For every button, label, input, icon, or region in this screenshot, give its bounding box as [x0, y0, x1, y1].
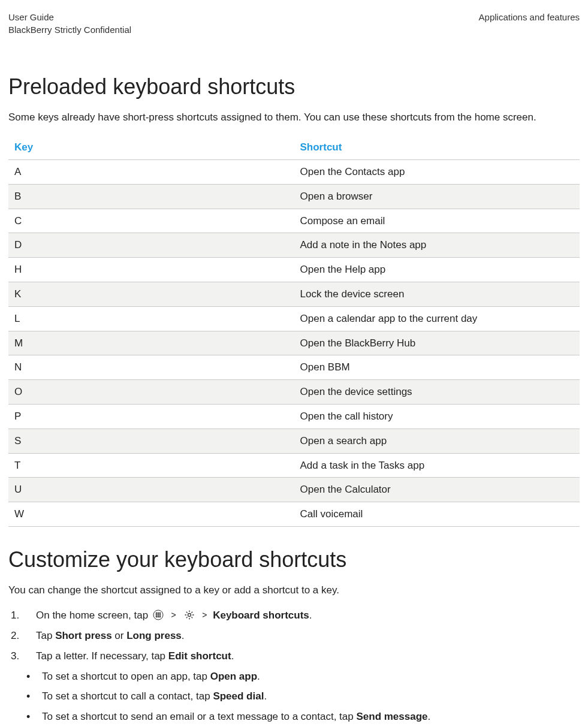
page-number: 50	[8, 723, 19, 727]
cell-key: H	[8, 258, 294, 282]
svg-point-10	[188, 614, 191, 617]
list-item: To set a shortcut to call a contact, tap…	[20, 689, 580, 704]
apps-grid-icon	[153, 610, 164, 620]
step2-long-bold: Long press	[126, 630, 182, 641]
cell-key: U	[8, 478, 294, 502]
cell-shortcut: Open the Contacts app	[294, 159, 580, 184]
bullet-bold: Speed dial	[213, 690, 264, 702]
cell-shortcut: Open a browser	[294, 184, 580, 209]
steps-list: On the home screen, tap > > Key	[8, 608, 580, 663]
cell-key: K	[8, 282, 294, 306]
col-header-shortcut: Shortcut	[294, 135, 580, 159]
step1-suffix: .	[309, 610, 312, 621]
table-row: DAdd a note in the Notes app	[8, 233, 580, 258]
cell-shortcut: Open the Help app	[294, 258, 580, 282]
step-3: Tap a letter. If necessary, tap Edit sho…	[8, 649, 580, 663]
header-right: Applications and features	[479, 11, 580, 36]
header-confidential: BlackBerry Strictly Confidential	[8, 23, 131, 36]
header-title: User Guide	[8, 11, 131, 23]
svg-point-5	[158, 614, 159, 616]
table-row: OOpen the device settings	[8, 380, 580, 405]
section1-intro: Some keys already have short-press short…	[8, 110, 580, 125]
chevron-icon: >	[202, 610, 207, 622]
table-row: LOpen a calendar app to the current day	[8, 306, 580, 331]
cell-key: M	[8, 331, 294, 355]
step3-edit-bold: Edit shortcut	[168, 650, 231, 662]
cell-shortcut: Add a note in the Notes app	[294, 233, 580, 258]
cell-shortcut: Call voicemail	[294, 502, 580, 527]
table-row: SOpen a search app	[8, 429, 580, 453]
shortcuts-table: Key Shortcut AOpen the Contacts appBOpen…	[8, 135, 580, 527]
bullet-suffix: .	[428, 711, 431, 722]
svg-point-8	[158, 616, 159, 617]
list-item: To set a shortcut to send an email or a …	[20, 710, 580, 724]
cell-shortcut: Open BBM	[294, 355, 580, 380]
step2-suffix: .	[182, 630, 185, 641]
bullet-suffix: .	[257, 671, 260, 682]
svg-point-1	[156, 613, 157, 614]
table-row: NOpen BBM	[8, 355, 580, 380]
cell-key: L	[8, 306, 294, 331]
cell-key: D	[8, 233, 294, 258]
cell-shortcut: Open the Calculator	[294, 478, 580, 502]
settings-gear-icon	[184, 610, 195, 620]
bullet-prefix: To set a shortcut to call a contact, tap	[42, 690, 213, 702]
cell-key: A	[8, 159, 294, 184]
table-row: CCompose an email	[8, 209, 580, 233]
sub-bullet-list: To set a shortcut to open an app, tap Op…	[20, 669, 580, 727]
svg-point-3	[159, 613, 161, 614]
page-header: User Guide BlackBerry Strictly Confident…	[8, 11, 580, 36]
step-2: Tap Short press or Long press.	[8, 629, 580, 643]
cell-key: O	[8, 380, 294, 405]
step-1: On the home screen, tap > > Key	[8, 608, 580, 623]
cell-shortcut: Open a calendar app to the current day	[294, 306, 580, 331]
step2-short-bold: Short press	[55, 630, 111, 641]
cell-key: P	[8, 404, 294, 429]
cell-key: W	[8, 502, 294, 527]
col-header-key: Key	[8, 135, 294, 159]
table-row: BOpen a browser	[8, 184, 580, 209]
cell-key: B	[8, 184, 294, 209]
step1-prefix: On the home screen, tap	[36, 610, 151, 621]
cell-key: C	[8, 209, 294, 233]
table-row: TAdd a task in the Tasks app	[8, 453, 580, 478]
table-row: WCall voicemail	[8, 502, 580, 527]
table-row: KLock the device screen	[8, 282, 580, 306]
section2-intro: You can change the shortcut assigned to …	[8, 583, 580, 598]
bullet-bold: Send message	[356, 711, 427, 722]
table-row: MOpen the BlackBerry Hub	[8, 331, 580, 355]
cell-shortcut: Open the call history	[294, 404, 580, 429]
table-row: UOpen the Calculator	[8, 478, 580, 502]
table-row: AOpen the Contacts app	[8, 159, 580, 184]
header-left: User Guide BlackBerry Strictly Confident…	[8, 11, 131, 36]
chevron-icon: >	[171, 610, 176, 622]
step3-prefix: Tap a letter. If necessary, tap	[36, 650, 168, 662]
cell-key: S	[8, 429, 294, 453]
svg-point-9	[159, 616, 161, 617]
cell-key: N	[8, 355, 294, 380]
cell-shortcut: Open a search app	[294, 429, 580, 453]
step3-suffix: .	[231, 650, 234, 662]
cell-shortcut: Open the device settings	[294, 380, 580, 405]
list-item: To set a shortcut to open an app, tap Op…	[20, 669, 580, 684]
svg-point-4	[156, 614, 157, 616]
svg-point-7	[156, 616, 157, 617]
cell-shortcut: Compose an email	[294, 209, 580, 233]
bullet-bold: Open app	[210, 671, 257, 682]
step2-or: or	[112, 630, 127, 641]
svg-point-6	[159, 614, 161, 616]
cell-shortcut: Open the BlackBerry Hub	[294, 331, 580, 355]
cell-shortcut: Add a task in the Tasks app	[294, 453, 580, 478]
step1-kb-bold: Keyboard shortcuts	[213, 610, 309, 621]
section2-title: Customize your keyboard shortcuts	[8, 545, 580, 575]
bullet-prefix: To set a shortcut to send an email or a …	[42, 711, 356, 722]
step2-prefix: Tap	[36, 630, 55, 641]
bullet-prefix: To set a shortcut to open an app, tap	[42, 671, 210, 682]
svg-point-2	[158, 613, 159, 614]
header-section: Applications and features	[479, 11, 580, 23]
bullet-suffix: .	[264, 690, 267, 702]
cell-shortcut: Lock the device screen	[294, 282, 580, 306]
table-row: HOpen the Help app	[8, 258, 580, 282]
section1-title: Preloaded keyboard shortcuts	[8, 72, 580, 102]
table-row: POpen the call history	[8, 404, 580, 429]
